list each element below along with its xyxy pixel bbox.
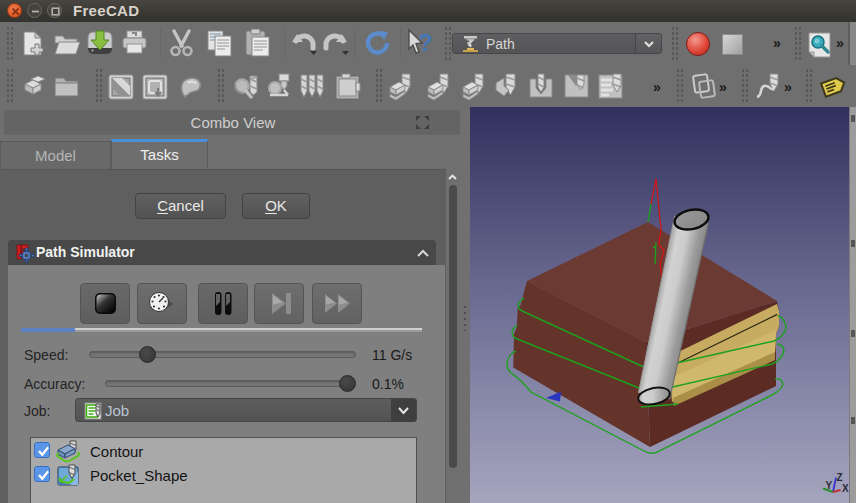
svg-text:X: X <box>842 483 849 494</box>
svg-text:Z: Z <box>837 472 843 483</box>
svg-text:Y: Y <box>826 480 833 491</box>
